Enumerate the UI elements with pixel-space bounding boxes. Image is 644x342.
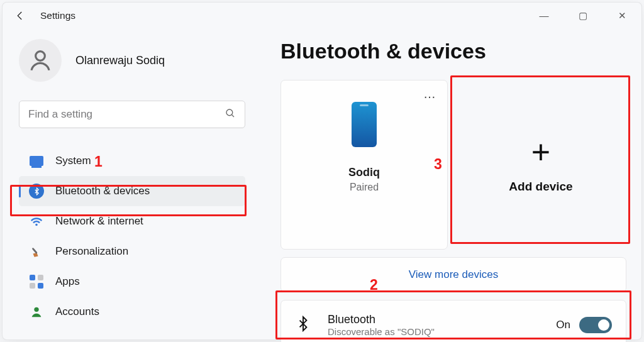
search-icon bbox=[225, 108, 236, 121]
sidebar-item-system[interactable]: System bbox=[19, 146, 245, 176]
phone-icon bbox=[352, 102, 377, 147]
maximize-button[interactable]: ▢ bbox=[572, 10, 594, 21]
sidebar-item-label: Network & internet bbox=[55, 215, 143, 228]
sidebar-item-personalization[interactable]: Personalization bbox=[19, 236, 245, 267]
apps-icon bbox=[29, 275, 44, 289]
window-controls: — ▢ ✕ bbox=[533, 10, 636, 21]
view-more-label: View more devices bbox=[409, 268, 498, 281]
account-icon bbox=[29, 305, 44, 319]
sidebar-item-network[interactable]: Network & internet bbox=[19, 206, 245, 236]
svg-point-0 bbox=[36, 52, 45, 61]
minimize-button[interactable]: — bbox=[533, 10, 555, 21]
more-icon[interactable]: … bbox=[423, 87, 437, 101]
sidebar-item-label: Accounts bbox=[55, 306, 99, 318]
device-name: Sodiq bbox=[348, 166, 380, 179]
sidebar-item-apps[interactable]: Apps bbox=[19, 267, 245, 297]
svg-point-3 bbox=[34, 307, 38, 312]
wifi-icon bbox=[29, 214, 44, 228]
sidebar-nav: System Bluetooth & devices Network & int… bbox=[19, 146, 245, 327]
plus-icon: + bbox=[531, 136, 550, 168]
bluetooth-toggle[interactable] bbox=[579, 317, 612, 333]
sidebar-item-label: System bbox=[55, 155, 91, 167]
svg-point-1 bbox=[226, 109, 233, 116]
window-title: Settings bbox=[40, 10, 75, 21]
sidebar-item-bluetooth-devices[interactable]: Bluetooth & devices bbox=[19, 176, 245, 206]
svg-rect-2 bbox=[32, 248, 38, 254]
sidebar-item-accounts[interactable]: Accounts bbox=[19, 297, 245, 327]
add-device-card[interactable]: + Add device bbox=[455, 80, 626, 250]
sidebar-item-label: Personalization bbox=[55, 245, 128, 258]
device-card[interactable]: … Sodiq Paired bbox=[280, 80, 448, 250]
close-button[interactable]: ✕ bbox=[611, 10, 633, 21]
view-more-devices-button[interactable]: View more devices bbox=[280, 257, 626, 292]
sidebar-item-label: Apps bbox=[55, 275, 80, 288]
system-icon bbox=[29, 156, 44, 166]
avatar[interactable] bbox=[19, 39, 62, 82]
page-title: Bluetooth & devices bbox=[280, 39, 626, 63]
search-input[interactable] bbox=[28, 108, 225, 121]
bluetooth-title: Bluetooth bbox=[328, 313, 556, 326]
search-input-container[interactable] bbox=[19, 101, 245, 128]
profile-name: Olanrewaju Sodiq bbox=[75, 54, 165, 67]
add-device-label: Add device bbox=[509, 180, 572, 194]
sidebar-item-label: Bluetooth & devices bbox=[55, 185, 150, 197]
device-status: Paired bbox=[350, 182, 379, 193]
bluetooth-subtitle: Discoverable as "SODIQ" bbox=[328, 326, 556, 337]
bluetooth-icon bbox=[29, 184, 44, 199]
toggle-state-label: On bbox=[556, 319, 570, 331]
bluetooth-toggle-row: Bluetooth Discoverable as "SODIQ" On bbox=[280, 300, 626, 342]
brush-icon bbox=[29, 245, 44, 258]
back-button[interactable] bbox=[11, 10, 29, 21]
bluetooth-icon bbox=[295, 316, 311, 334]
